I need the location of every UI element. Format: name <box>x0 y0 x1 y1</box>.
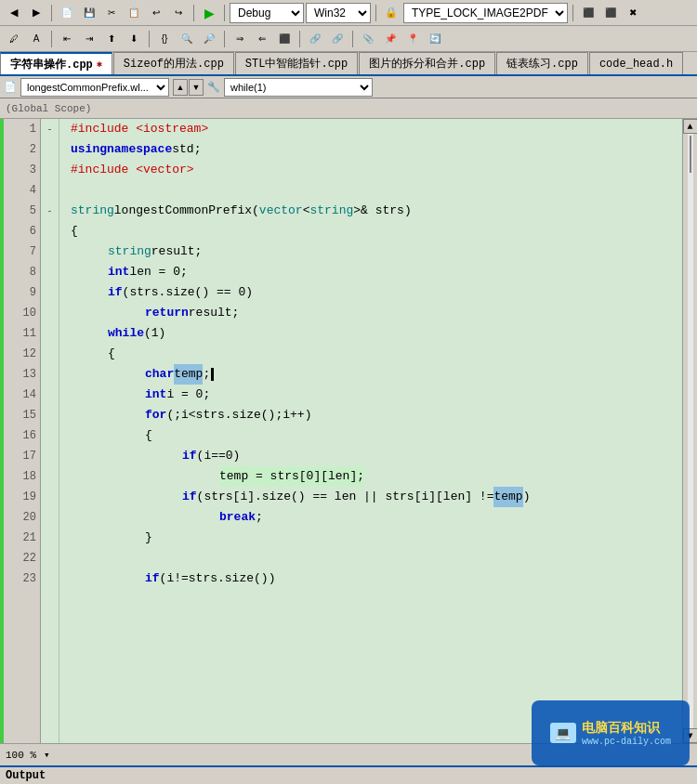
code-namespace: namespace <box>107 139 172 160</box>
scrollbar-right[interactable]: ▲ ▼ <box>682 119 697 743</box>
debug-dropdown[interactable]: Debug <box>230 3 304 23</box>
nav-arrows: ▲ ▼ <box>173 79 204 96</box>
tb2-btn-10[interactable]: ⇒ <box>230 29 250 49</box>
tb2-btn-6[interactable]: ⬇ <box>124 29 144 49</box>
nav-down-arrow[interactable]: ▼ <box>189 79 204 96</box>
forward-button[interactable]: ▶ <box>26 3 46 23</box>
tb-btn-4[interactable]: 📋 <box>124 3 144 23</box>
tb-btn-3[interactable]: ✂ <box>101 3 122 23</box>
tb-btn-8[interactable]: ⬛ <box>600 3 621 23</box>
tb2-btn-14[interactable]: 🔗 <box>327 29 348 49</box>
tb2-btn-15[interactable]: 📎 <box>358 29 378 49</box>
code-i-var: i = 0; <box>166 385 210 405</box>
line-num-20: 20 <box>10 507 36 528</box>
watermark: 💻 电脑百科知识 www.pc-daily.com <box>532 700 690 765</box>
code-temp-semi: ; <box>203 364 210 385</box>
separator5 <box>572 5 573 21</box>
tab-linked-list[interactable]: 链表练习.cpp <box>496 52 588 74</box>
tab-zifuchuancaozuo[interactable]: 字符串操作.cpp ✱ <box>0 52 112 74</box>
tab-code-head[interactable]: code_head.h <box>589 52 683 74</box>
tb2-btn-4[interactable]: ⇥ <box>79 29 99 49</box>
code-temp-highlighted: temp <box>174 364 203 385</box>
scroll-track[interactable] <box>688 134 693 728</box>
tb2-btn-2[interactable]: A <box>26 29 46 49</box>
file-nav-dropdown[interactable]: longestCommonPrefix.wl... <box>20 78 169 97</box>
code-char-kw: char <box>145 364 174 385</box>
tb2-btn-18[interactable]: 🔄 <box>425 29 445 49</box>
blank-4 <box>41 180 59 201</box>
separator1 <box>51 5 52 21</box>
nav-up-arrow[interactable]: ▲ <box>173 79 188 96</box>
line-num-6: 6 <box>10 221 36 242</box>
scope-bar: (Global Scope) <box>0 98 697 119</box>
scroll-up-button[interactable]: ▲ <box>683 119 698 134</box>
nav-bar: 📄 longestCommonPrefix.wl... ▲ ▼ 🔧 while(… <box>0 76 697 98</box>
code-if-strs-i-2: ) <box>523 487 531 507</box>
lock-icon[interactable]: 🔒 <box>381 3 401 23</box>
code-string-kw: string <box>71 201 114 221</box>
code-ref: >& strs) <box>353 201 411 221</box>
code-temp-hl2: temp <box>493 487 522 507</box>
code-brace-open-1: { <box>71 221 78 242</box>
collapse-5[interactable]: - <box>41 201 59 221</box>
sep9 <box>299 31 300 47</box>
code-if-kw2: if <box>182 446 197 466</box>
win32-dropdown[interactable]: Win32 <box>306 3 371 23</box>
code-return-result: result; <box>189 303 240 323</box>
tb2-btn-5[interactable]: ⬆ <box>101 29 122 49</box>
tb-btn-9[interactable]: ✖ <box>623 3 643 23</box>
line-num-15: 15 <box>10 405 36 425</box>
code-line-19: if(strs[i].size() == len || strs[i][len]… <box>65 487 682 507</box>
separator2 <box>193 5 194 21</box>
scope-nav-dropdown[interactable]: while(1) <box>224 78 373 97</box>
line-num-3: 3 <box>10 160 36 180</box>
back-button[interactable]: ◀ <box>4 3 24 23</box>
tab-modified-icon: ✱ <box>97 59 102 70</box>
nav-icon: 📄 <box>4 81 17 93</box>
code-line-10: return result; <box>65 303 682 323</box>
tb2-btn-9[interactable]: 🔎 <box>199 29 219 49</box>
line-num-16: 16 <box>10 425 36 446</box>
code-line-9: if(strs.size() == 0) <box>65 282 682 303</box>
watermark-title: 电脑百科知识 <box>582 720 671 737</box>
scroll-thumb[interactable] <box>690 136 691 173</box>
code-std: std; <box>172 139 201 160</box>
line-num-21: 21 <box>10 528 36 548</box>
code-line-2: using namespace std; <box>65 139 682 160</box>
tb2-btn-13[interactable]: 🔗 <box>305 29 325 49</box>
tab-label-5: 链表练习.cpp <box>506 56 578 72</box>
tab-image[interactable]: 图片的拆分和合并.cpp <box>359 52 495 74</box>
tab-stl[interactable]: STL中智能指针.cpp <box>235 52 358 74</box>
tb-btn-2[interactable]: 💾 <box>79 3 99 23</box>
zoom-dropdown-icon[interactable]: ▾ <box>44 749 50 761</box>
tb2-btn-11[interactable]: ⇐ <box>252 29 272 49</box>
collapse-1[interactable]: - <box>41 119 59 139</box>
tb-btn-5[interactable]: ↩ <box>146 3 166 23</box>
code-line-18: temp = strs[0][len]; <box>65 466 682 487</box>
code-if-i-zero: (i==0) <box>197 446 241 466</box>
code-while-cond: (1) <box>144 323 165 344</box>
tb2-btn-7[interactable]: {} <box>154 29 175 49</box>
code-break-kw: break <box>219 507 256 528</box>
tab-sizeof[interactable]: Sizeof的用法.cpp <box>113 52 234 74</box>
config-dropdown[interactable]: TYPE_LOCK_IMAGE2PDF <box>403 3 568 23</box>
tb2-btn-8[interactable]: 🔍 <box>177 29 197 49</box>
tb2-btn-17[interactable]: 📍 <box>402 29 423 49</box>
tb-btn-1[interactable]: 📄 <box>57 3 77 23</box>
line-num-7: 7 <box>10 242 36 262</box>
code-func-name: longestCommonPrefix( <box>114 201 259 221</box>
code-int-kw2: int <box>145 385 166 405</box>
code-line-7: string result; <box>65 242 682 262</box>
line-num-5: 5 <box>10 201 36 221</box>
tb-btn-6[interactable]: ↪ <box>168 3 189 23</box>
code-line-14: int i = 0; <box>65 385 682 405</box>
code-vector-kw: vector <box>259 201 303 221</box>
tb2-btn-12[interactable]: ⬛ <box>274 29 295 49</box>
tb-btn-7[interactable]: ⬛ <box>578 3 598 23</box>
tb2-btn-3[interactable]: ⇤ <box>57 29 77 49</box>
blank-2 <box>41 139 59 160</box>
tb2-btn-1[interactable]: 🖊 <box>4 29 24 49</box>
tb2-btn-16[interactable]: 📌 <box>380 29 401 49</box>
play-button[interactable]: ▶ <box>199 3 219 23</box>
code-line-4 <box>65 180 682 201</box>
